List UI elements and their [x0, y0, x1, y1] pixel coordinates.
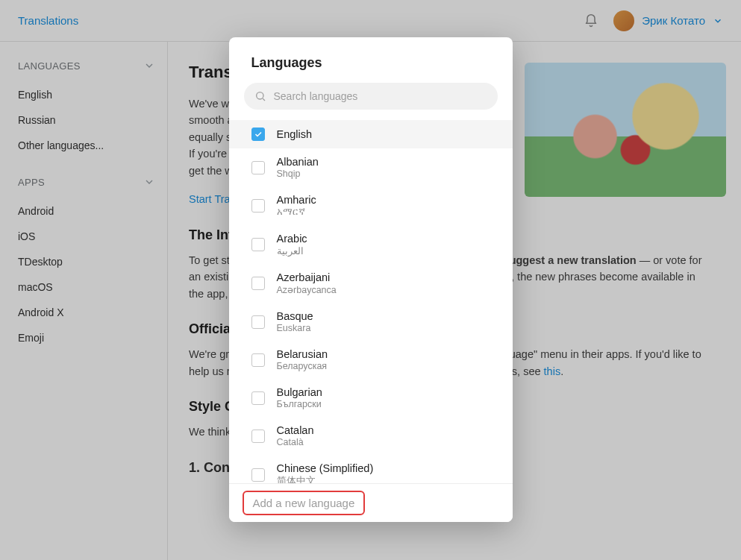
checkbox[interactable] [251, 468, 265, 482]
language-native: Български [277, 399, 322, 409]
checkbox[interactable] [251, 315, 265, 329]
language-text: AzerbaijaniAzərbaycanca [277, 271, 337, 295]
checkbox[interactable] [251, 430, 265, 443]
language-row[interactable]: BulgarianБългарски [229, 379, 513, 417]
modal-overlay[interactable]: Languages EnglishAlbanianShqipAmharicአማር… [0, 0, 741, 560]
language-text: Chinese (Simplified)简体中文 [277, 462, 374, 483]
add-language-button[interactable]: Add a new language [243, 491, 366, 515]
search-field[interactable] [244, 83, 498, 110]
language-name: Basque [277, 310, 313, 322]
language-name: Catalan [277, 424, 314, 436]
language-text: Amharicአማርኛ [277, 194, 316, 218]
language-name: English [277, 128, 313, 140]
modal-title: Languages [229, 37, 513, 78]
language-text: CatalanCatalà [277, 424, 314, 447]
language-native: Català [277, 437, 314, 447]
language-native: Azərbaycanca [277, 284, 337, 295]
checkbox[interactable] [251, 277, 265, 290]
language-text: Arabicالعربية [277, 233, 307, 257]
language-row[interactable]: AlbanianShqip [229, 148, 513, 186]
checkbox[interactable] [251, 353, 265, 367]
language-name: Azerbaijani [277, 271, 337, 283]
language-text: BelarusianБеларуская [277, 348, 328, 371]
language-name: Amharic [277, 194, 316, 206]
language-row[interactable]: BasqueEuskara [229, 303, 513, 341]
language-row[interactable]: AzerbaijaniAzərbaycanca [229, 264, 513, 303]
checkbox[interactable] [251, 391, 265, 405]
language-row[interactable]: Chinese (Simplified)简体中文 [229, 455, 513, 483]
svg-point-0 [256, 92, 263, 99]
language-name: Bulgarian [277, 386, 322, 398]
language-native: Euskara [277, 323, 313, 333]
language-row[interactable]: CatalanCatalà [229, 417, 513, 455]
checkbox[interactable] [251, 161, 265, 174]
languages-modal: Languages EnglishAlbanianShqipAmharicአማር… [229, 37, 513, 522]
language-row[interactable]: Amharicአማርኛ [229, 186, 513, 225]
language-native: 简体中文 [277, 475, 374, 483]
language-native: አማርኛ [277, 207, 316, 218]
language-text: BulgarianБългарски [277, 386, 322, 409]
language-name: Albanian [277, 156, 319, 168]
language-name: Arabic [277, 233, 307, 245]
checkbox[interactable] [251, 199, 265, 213]
language-text: BasqueEuskara [277, 310, 313, 333]
language-text: AlbanianShqip [277, 156, 319, 179]
search-input[interactable] [274, 90, 487, 102]
modal-footer: Add a new language [229, 483, 513, 522]
language-native: Беларуская [277, 361, 328, 371]
language-text: English [277, 128, 313, 140]
language-row[interactable]: Arabicالعربية [229, 225, 513, 264]
language-list[interactable]: EnglishAlbanianShqipAmharicአማርኛArabicالع… [229, 120, 513, 483]
checkbox[interactable] [251, 238, 265, 251]
language-name: Chinese (Simplified) [277, 462, 374, 474]
language-native: Shqip [277, 169, 319, 179]
language-row[interactable]: English [229, 120, 513, 148]
language-native: العربية [277, 245, 307, 257]
language-row[interactable]: BelarusianБеларуская [229, 341, 513, 379]
checkbox[interactable] [251, 128, 265, 141]
search-wrap [229, 78, 513, 120]
search-icon [254, 90, 266, 102]
language-name: Belarusian [277, 348, 328, 360]
